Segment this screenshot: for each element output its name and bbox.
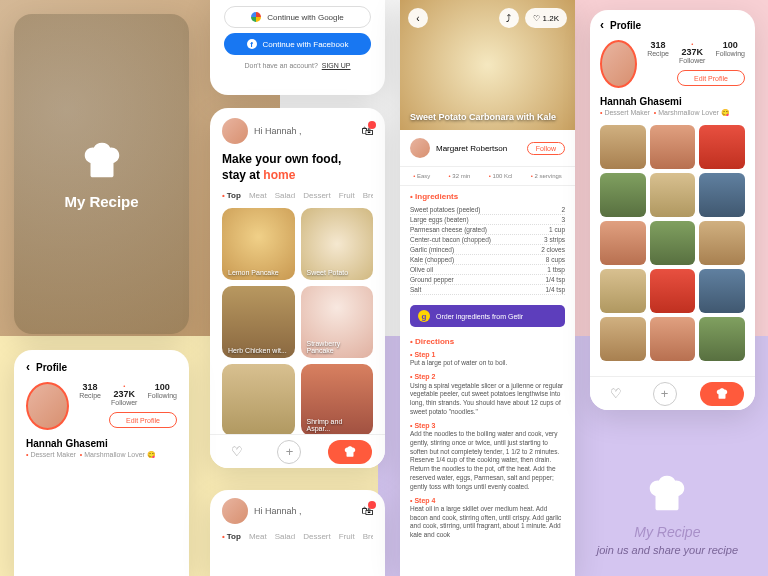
- profile-name: Hannah Ghasemi: [26, 438, 177, 449]
- grid-item[interactable]: [650, 173, 696, 217]
- home-screen-mini: Hi Hannah , 🛍 Top Meat Salad Dessert Fru…: [210, 490, 385, 576]
- recipe-meta: Easy32 min100 Kcl2 servings: [400, 167, 575, 186]
- recipe-card[interactable]: [222, 364, 295, 436]
- direction-step: • Step 4Heat oil in a large skillet over…: [410, 496, 565, 541]
- grid-item[interactable]: [699, 269, 745, 313]
- grid-item[interactable]: [699, 173, 745, 217]
- recipe-screen: ‹ ⤴ ♡ 1.2K Sweet Potato Carbonara with K…: [400, 0, 575, 576]
- signup-link[interactable]: SIGN UP: [322, 62, 351, 69]
- google-login-button[interactable]: Continue with Google: [224, 6, 371, 28]
- recipe-card[interactable]: Strawberry Pancake: [301, 286, 374, 358]
- grid-item[interactable]: [699, 317, 745, 361]
- grid-item[interactable]: [699, 125, 745, 169]
- profile-avatar[interactable]: [26, 382, 69, 430]
- edit-profile-button[interactable]: Edit Profile: [109, 412, 177, 428]
- signup-prompt: Don't have an account? SIGN UP: [244, 62, 350, 69]
- cart-icon[interactable]: 🛍: [361, 124, 373, 138]
- direction-step: • Step 3Add the noodles to the boiling w…: [410, 421, 565, 492]
- direction-step: • Step 2Using a spiral vegetable slicer …: [410, 372, 565, 417]
- follow-button[interactable]: Follow: [527, 142, 565, 155]
- back-icon[interactable]: ‹: [600, 18, 604, 32]
- avatar[interactable]: [222, 118, 248, 144]
- bottom-nav: ♡ +: [210, 434, 385, 468]
- nav-home-button[interactable]: [700, 382, 744, 406]
- grid-item[interactable]: [600, 173, 646, 217]
- tab-meat[interactable]: Meat: [249, 191, 267, 200]
- grid-item[interactable]: [600, 269, 646, 313]
- ingredient-row: Sweet potatoes (peeled)2: [410, 205, 565, 215]
- recipe-card[interactable]: Shrimp and Aspar...: [301, 364, 374, 436]
- grid-item[interactable]: [600, 317, 646, 361]
- ingredient-row: Parmesan cheese (grated)1 cup: [410, 225, 565, 235]
- home-screen: Hi Hannah , 🛍 Make your own food, stay a…: [210, 108, 385, 468]
- ingredient-row: Ground pepper1/4 tsp: [410, 275, 565, 285]
- nav-add-button[interactable]: +: [277, 440, 301, 464]
- profile-tags: • Dessert Maker • Marshmallow Lover 😋: [600, 109, 745, 117]
- profile-avatar[interactable]: [600, 40, 637, 88]
- share-button[interactable]: ⤴: [499, 8, 519, 28]
- ingredient-row: Center-cut bacon (chopped)3 strips: [410, 235, 565, 245]
- chef-hat-icon: [644, 472, 690, 518]
- profile-name: Hannah Ghasemi: [600, 96, 745, 107]
- nav-add-button[interactable]: +: [653, 382, 677, 406]
- cart-badge: [368, 121, 376, 129]
- recipe-title: Sweet Potato Carbonara with Kale: [410, 112, 556, 122]
- profile-stats: 318Recipe •237KFollower 100Following: [79, 382, 177, 406]
- category-tabs: Top Meat Salad Dessert Fruit Bread SeaFo…: [222, 191, 373, 200]
- getir-icon: g: [418, 310, 430, 322]
- back-icon[interactable]: ‹: [26, 360, 30, 374]
- grid-item[interactable]: [600, 125, 646, 169]
- bottom-nav: ♡ +: [590, 376, 755, 410]
- nav-heart-icon[interactable]: ♡: [602, 380, 630, 408]
- chef-hat-icon: [79, 139, 125, 185]
- google-icon: [251, 12, 261, 22]
- ingredient-row: Garlic (minced)2 cloves: [410, 245, 565, 255]
- grid-item[interactable]: [650, 125, 696, 169]
- category-tabs: Top Meat Salad Dessert Fruit Bread SeaFo…: [222, 532, 373, 541]
- recipe-card[interactable]: Herb Chicken wit...: [222, 286, 295, 358]
- nav-home-button[interactable]: [328, 440, 372, 464]
- tab-dessert[interactable]: Dessert: [303, 191, 331, 200]
- getir-button[interactable]: g Order ingredients from Getir: [410, 305, 565, 327]
- profile-stats: 318Recipe •237KFollower 100Following: [647, 40, 745, 64]
- direction-step: • Step 1Put a large pot of water on to b…: [410, 350, 565, 368]
- recipe-card[interactable]: Sweet Potato: [301, 208, 374, 280]
- tab-top[interactable]: Top: [222, 191, 241, 200]
- ingredient-row: Large eggs (beaten)3: [410, 215, 565, 225]
- facebook-login-button[interactable]: f Continue with Facebook: [224, 33, 371, 55]
- greeting: Hi Hannah ,: [254, 506, 302, 516]
- grid-item[interactable]: [650, 221, 696, 265]
- grid-item[interactable]: [600, 221, 646, 265]
- promo-title: My Recipe: [597, 524, 738, 540]
- tab-bread[interactable]: Bread: [363, 191, 373, 200]
- ingredient-row: Kale (chopped)8 cups: [410, 255, 565, 265]
- like-button[interactable]: ♡ 1.2K: [525, 8, 567, 28]
- tab-salad[interactable]: Salad: [275, 191, 295, 200]
- tab-fruit[interactable]: Fruit: [339, 191, 355, 200]
- directions-section: Directions • Step 1Put a large pot of wa…: [400, 331, 575, 550]
- app-title: My Recipe: [64, 193, 138, 210]
- profile-screen-large: ‹Profile 318Recipe •237KFollower 100Foll…: [590, 10, 755, 410]
- nav-heart-icon[interactable]: ♡: [223, 438, 251, 466]
- promo-block: My Recipe join us and share your recipe: [597, 472, 738, 556]
- avatar[interactable]: [222, 498, 248, 524]
- recipe-card[interactable]: Lemon Pancake: [222, 208, 295, 280]
- cart-icon[interactable]: 🛍: [361, 504, 373, 518]
- grid-item[interactable]: [699, 221, 745, 265]
- author-name: Margaret Robertson: [436, 144, 521, 153]
- ingredients-section: Ingredients Sweet potatoes (peeled)2Larg…: [400, 186, 575, 301]
- grid-item[interactable]: [650, 269, 696, 313]
- facebook-icon: f: [247, 39, 257, 49]
- grid-item[interactable]: [650, 317, 696, 361]
- profile-grid: [600, 125, 745, 361]
- back-button[interactable]: ‹: [408, 8, 428, 28]
- profile-tags: • Dessert Maker • Marshmallow Lover 😋: [26, 451, 177, 459]
- auth-panel: Continue with Google f Continue with Fac…: [210, 0, 385, 95]
- edit-profile-button[interactable]: Edit Profile: [677, 70, 745, 86]
- headline: Make your own food, stay at home: [222, 152, 373, 183]
- ingredient-row: Salt1/4 tsp: [410, 285, 565, 295]
- greeting: Hi Hannah ,: [254, 126, 302, 136]
- profile-screen-small: ‹Profile 318Recipe •237KFollower 100Foll…: [14, 350, 189, 576]
- splash-screen: My Recipe: [14, 14, 189, 334]
- author-avatar[interactable]: [410, 138, 430, 158]
